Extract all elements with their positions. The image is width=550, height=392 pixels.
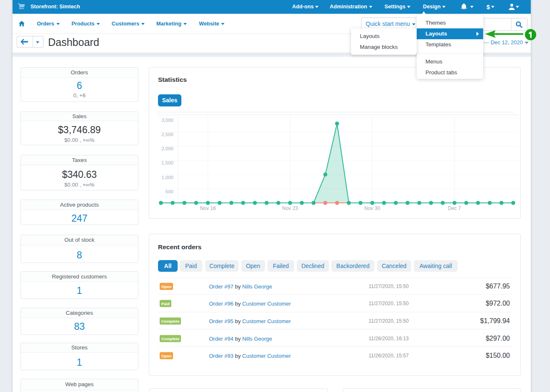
svg-text:Nov 16: Nov 16 xyxy=(200,205,216,211)
svg-text:2,000: 2,000 xyxy=(161,146,173,151)
svg-text:500: 500 xyxy=(166,189,173,194)
svg-text:1,000: 1,000 xyxy=(161,175,173,180)
svg-text:Nov 30: Nov 30 xyxy=(364,205,380,211)
svg-text:3,000: 3,000 xyxy=(161,118,173,123)
svg-text:1,500: 1,500 xyxy=(161,160,173,165)
svg-text:Nov 23: Nov 23 xyxy=(282,205,298,211)
svg-text:Dec 7: Dec 7 xyxy=(448,205,461,211)
svg-text:2,500: 2,500 xyxy=(161,132,173,137)
